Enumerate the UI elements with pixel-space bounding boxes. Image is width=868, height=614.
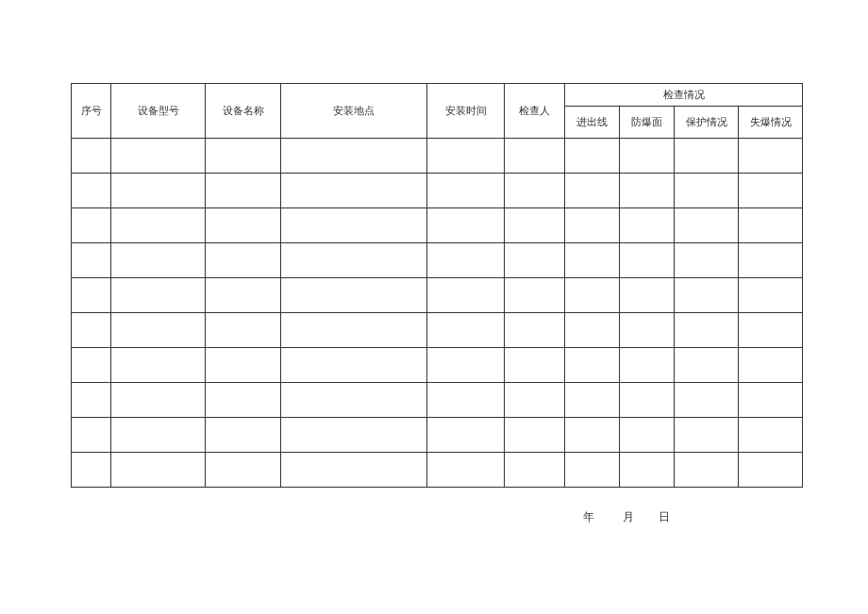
table-row bbox=[72, 348, 803, 383]
cell-name bbox=[206, 453, 281, 488]
table-row bbox=[72, 243, 803, 278]
cell-loss_explosion bbox=[739, 418, 803, 453]
cell-explosion_surface bbox=[620, 348, 675, 383]
cell-seq bbox=[72, 174, 111, 208]
cell-explosion_surface bbox=[620, 208, 675, 243]
cell-install_time bbox=[427, 208, 505, 243]
cell-loss_explosion bbox=[739, 278, 803, 313]
cell-seq bbox=[72, 348, 111, 383]
cell-install_time bbox=[427, 348, 505, 383]
cell-loss_explosion bbox=[739, 453, 803, 488]
cell-protection bbox=[675, 418, 739, 453]
cell-seq bbox=[72, 208, 111, 243]
cell-location bbox=[281, 174, 427, 208]
cell-seq bbox=[72, 139, 111, 174]
cell-install_time bbox=[427, 313, 505, 348]
inspection-table-container: 序号 设备型号 设备名称 安装地点 安装时间 检查人 检查情况 进出线 防爆面 … bbox=[71, 83, 802, 488]
cell-location bbox=[281, 348, 427, 383]
table-row bbox=[72, 383, 803, 418]
header-explosion-surface: 防爆面 bbox=[620, 107, 675, 139]
cell-inout_line bbox=[565, 313, 620, 348]
cell-model bbox=[111, 139, 206, 174]
cell-location bbox=[281, 453, 427, 488]
cell-install_time bbox=[427, 174, 505, 208]
cell-explosion_surface bbox=[620, 139, 675, 174]
cell-protection bbox=[675, 348, 739, 383]
cell-inspector bbox=[505, 208, 565, 243]
header-protection: 保护情况 bbox=[675, 107, 739, 139]
cell-location bbox=[281, 208, 427, 243]
cell-install_time bbox=[427, 418, 505, 453]
header-loss-explosion: 失爆情况 bbox=[739, 107, 803, 139]
cell-inout_line bbox=[565, 278, 620, 313]
year-label: 年 bbox=[583, 509, 596, 525]
cell-protection bbox=[675, 174, 739, 208]
cell-name bbox=[206, 278, 281, 313]
header-model: 设备型号 bbox=[111, 84, 206, 139]
cell-inspector bbox=[505, 348, 565, 383]
cell-loss_explosion bbox=[739, 313, 803, 348]
day-label: 日 bbox=[659, 509, 672, 525]
cell-inout_line bbox=[565, 383, 620, 418]
cell-name bbox=[206, 348, 281, 383]
cell-explosion_surface bbox=[620, 243, 675, 278]
cell-protection bbox=[675, 383, 739, 418]
table-header: 序号 设备型号 设备名称 安装地点 安装时间 检查人 检查情况 进出线 防爆面 … bbox=[72, 84, 803, 139]
cell-inspector bbox=[505, 174, 565, 208]
table-row bbox=[72, 278, 803, 313]
cell-location bbox=[281, 243, 427, 278]
cell-inout_line bbox=[565, 139, 620, 174]
cell-explosion_surface bbox=[620, 418, 675, 453]
cell-location bbox=[281, 139, 427, 174]
cell-install_time bbox=[427, 278, 505, 313]
cell-install_time bbox=[427, 243, 505, 278]
cell-inout_line bbox=[565, 453, 620, 488]
cell-seq bbox=[72, 278, 111, 313]
cell-loss_explosion bbox=[739, 174, 803, 208]
cell-location bbox=[281, 278, 427, 313]
cell-loss_explosion bbox=[739, 208, 803, 243]
cell-name bbox=[206, 418, 281, 453]
cell-loss_explosion bbox=[739, 243, 803, 278]
cell-explosion_surface bbox=[620, 313, 675, 348]
cell-protection bbox=[675, 139, 739, 174]
cell-protection bbox=[675, 243, 739, 278]
table-row bbox=[72, 313, 803, 348]
cell-name bbox=[206, 139, 281, 174]
table-row bbox=[72, 174, 803, 208]
cell-model bbox=[111, 243, 206, 278]
cell-protection bbox=[675, 278, 739, 313]
cell-model bbox=[111, 453, 206, 488]
cell-seq bbox=[72, 453, 111, 488]
cell-install_time bbox=[427, 383, 505, 418]
cell-name bbox=[206, 243, 281, 278]
cell-loss_explosion bbox=[739, 139, 803, 174]
cell-location bbox=[281, 313, 427, 348]
header-install-time: 安装时间 bbox=[427, 84, 505, 139]
cell-inspector bbox=[505, 383, 565, 418]
table-row bbox=[72, 453, 803, 488]
header-name: 设备名称 bbox=[206, 84, 281, 139]
cell-seq bbox=[72, 313, 111, 348]
cell-seq bbox=[72, 383, 111, 418]
cell-loss_explosion bbox=[739, 383, 803, 418]
header-row-1: 序号 设备型号 设备名称 安装地点 安装时间 检查人 检查情况 bbox=[72, 84, 803, 107]
cell-explosion_surface bbox=[620, 383, 675, 418]
cell-model bbox=[111, 418, 206, 453]
inspection-table: 序号 设备型号 设备名称 安装地点 安装时间 检查人 检查情况 进出线 防爆面 … bbox=[71, 83, 803, 488]
cell-inout_line bbox=[565, 174, 620, 208]
cell-model bbox=[111, 348, 206, 383]
cell-seq bbox=[72, 418, 111, 453]
header-inout-line: 进出线 bbox=[565, 107, 620, 139]
table-row bbox=[72, 208, 803, 243]
cell-location bbox=[281, 383, 427, 418]
cell-name bbox=[206, 383, 281, 418]
cell-name bbox=[206, 313, 281, 348]
cell-explosion_surface bbox=[620, 278, 675, 313]
cell-inspector bbox=[505, 243, 565, 278]
cell-explosion_surface bbox=[620, 453, 675, 488]
table-row bbox=[72, 139, 803, 174]
cell-inspector bbox=[505, 139, 565, 174]
cell-inspector bbox=[505, 278, 565, 313]
header-location: 安装地点 bbox=[281, 84, 427, 139]
